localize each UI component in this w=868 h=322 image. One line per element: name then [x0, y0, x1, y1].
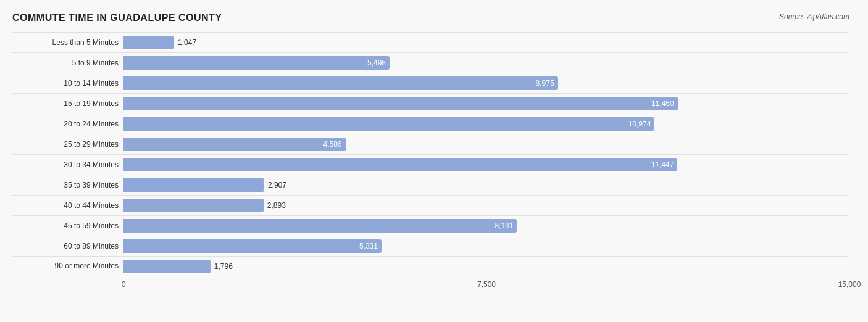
x-axis-tick: 0: [122, 280, 126, 289]
bar-fill: 1,796: [123, 260, 211, 273]
bar-value: 8,975: [536, 79, 554, 88]
bar-label: 90 or more Minutes: [12, 262, 123, 270]
bar-row: 30 to 34 Minutes11,447: [12, 154, 849, 175]
bar-track: 10,974: [123, 117, 849, 131]
chart-body: Less than 5 Minutes1,0475 to 9 Minutes5,…: [12, 32, 849, 276]
bar-value: 4,586: [323, 140, 342, 149]
bar-row: 45 to 59 Minutes8,131: [12, 215, 849, 236]
bar-label: 25 to 29 Minutes: [12, 140, 123, 149]
chart-title: COMMUTE TIME IN GUADALUPE COUNTY: [12, 12, 222, 23]
bar-track: 8,131: [123, 219, 849, 233]
bar-value: 8,131: [495, 221, 513, 230]
bar-label: 10 to 14 Minutes: [12, 79, 123, 88]
chart-container: COMMUTE TIME IN GUADALUPE COUNTY Source:…: [12, 12, 849, 292]
bar-track: 11,447: [123, 158, 849, 171]
bar-row: Less than 5 Minutes1,047: [12, 32, 849, 52]
bar-label: 5 to 9 Minutes: [12, 59, 123, 67]
bar-track: 8,975: [123, 76, 849, 90]
bar-label: 30 to 34 Minutes: [12, 160, 123, 169]
bar-fill: 11,450: [123, 97, 678, 110]
bar-track: 5,331: [123, 239, 849, 253]
bar-value: 1,047: [178, 38, 196, 47]
bar-fill: 1,047: [123, 36, 174, 49]
x-axis: 07,50015,000: [123, 280, 849, 292]
bar-row: 90 or more Minutes1,796: [12, 256, 849, 276]
bar-row: 10 to 14 Minutes8,975: [12, 73, 849, 93]
bar-fill: 8,975: [123, 76, 558, 90]
bar-fill: 2,907: [123, 178, 264, 192]
bar-fill: 11,447: [123, 158, 677, 171]
x-axis-tick: 15,000: [838, 280, 861, 289]
bar-track: 11,450: [123, 97, 849, 110]
bar-label: 15 to 19 Minutes: [12, 99, 123, 108]
bar-value: 5,331: [359, 242, 378, 250]
bar-value: 2,893: [267, 201, 286, 210]
bar-value: 11,447: [651, 160, 674, 169]
bar-row: 60 to 89 Minutes5,331: [12, 236, 849, 256]
bar-track: 5,498: [123, 56, 849, 70]
bar-label: 60 to 89 Minutes: [12, 242, 123, 250]
bar-track: 2,907: [123, 178, 849, 192]
bar-fill: 4,586: [123, 138, 346, 151]
bar-fill: 5,498: [123, 56, 390, 70]
bar-track: 1,796: [123, 260, 849, 273]
bar-track: 4,586: [123, 138, 849, 151]
bar-fill: 5,331: [123, 239, 382, 253]
bar-label: 40 to 44 Minutes: [12, 201, 123, 210]
bar-row: 15 to 19 Minutes11,450: [12, 93, 849, 114]
bar-value: 10,974: [628, 120, 651, 128]
bar-fill: 10,974: [123, 117, 654, 131]
bar-track: 1,047: [123, 36, 849, 49]
chart-header: COMMUTE TIME IN GUADALUPE COUNTY Source:…: [12, 12, 849, 23]
bar-row: 25 to 29 Minutes4,586: [12, 134, 849, 154]
bar-label: 35 to 39 Minutes: [12, 181, 123, 189]
bar-row: 5 to 9 Minutes5,498: [12, 52, 849, 73]
bar-label: 45 to 59 Minutes: [12, 221, 123, 230]
bar-value: 11,450: [651, 99, 674, 108]
bar-fill: 8,131: [123, 219, 517, 233]
bar-track: 2,893: [123, 199, 849, 212]
bar-fill: 2,893: [123, 199, 264, 212]
bar-row: 35 to 39 Minutes2,907: [12, 175, 849, 195]
bar-value: 2,907: [268, 181, 286, 189]
bar-value: 5,498: [367, 59, 386, 67]
bar-row: 20 to 24 Minutes10,974: [12, 114, 849, 134]
bar-row: 40 to 44 Minutes2,893: [12, 195, 849, 215]
bar-label: 20 to 24 Minutes: [12, 120, 123, 128]
chart-source: Source: ZipAtlas.com: [779, 12, 849, 21]
bar-label: Less than 5 Minutes: [12, 38, 123, 47]
bar-value: 1,796: [214, 262, 233, 271]
x-axis-tick: 7,500: [477, 280, 496, 289]
